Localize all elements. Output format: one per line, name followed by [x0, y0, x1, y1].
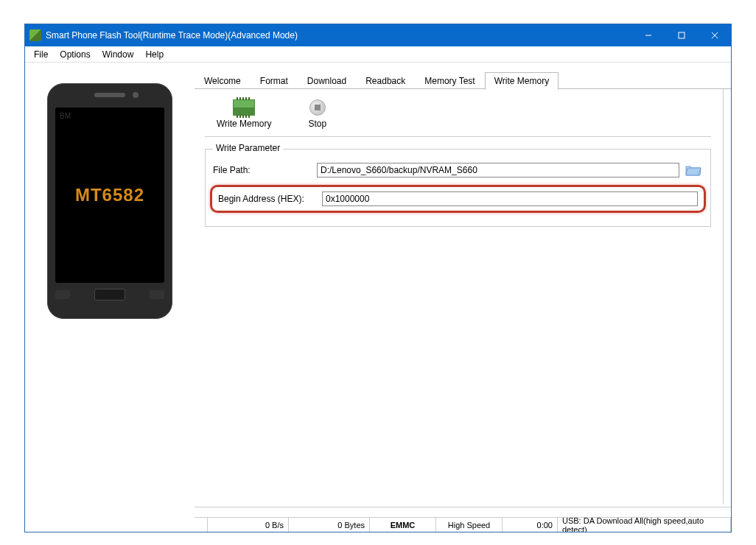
phone-speaker [94, 93, 125, 97]
minimize-button[interactable] [631, 24, 665, 46]
main-panel: Welcome Format Download Readback Memory … [195, 63, 731, 532]
phone-body: BM MT6582 [47, 83, 172, 319]
chip-icon [233, 99, 255, 116]
tab-readback[interactable]: Readback [356, 71, 415, 89]
phone-screen: BM MT6582 [55, 108, 164, 283]
phone-camera [133, 92, 139, 98]
client-area: BM MT6582 Welcome Format Download Readba… [25, 63, 731, 532]
window-title: Smart Phone Flash Tool(Runtime Trace Mod… [46, 30, 631, 41]
status-usb: USB: DA Download All(high speed,auto det… [558, 518, 731, 532]
stop-icon [309, 99, 326, 116]
begin-address-row: Begin Address (HEX): [210, 185, 706, 213]
phone-nav-buttons [55, 289, 164, 300]
phone-menu-btn [55, 290, 70, 299]
app-window: Smart Phone Flash Tool(Runtime Trace Mod… [24, 24, 732, 532]
toolbar: Write Memory Stop [205, 99, 711, 137]
file-path-input[interactable] [317, 163, 679, 177]
app-icon [29, 29, 41, 41]
menu-window[interactable]: Window [97, 49, 140, 60]
statusbar: 0 B/s 0 Bytes EMMC High Speed 0:00 USB: … [195, 517, 731, 532]
stop-button-label: Stop [308, 119, 326, 129]
titlebar: Smart Phone Flash Tool(Runtime Trace Mod… [25, 24, 731, 46]
close-button[interactable] [698, 24, 731, 46]
minimize-icon [645, 32, 652, 39]
write-parameter-group: Write Parameter File Path: Begin Addre [205, 149, 711, 227]
maximize-icon [678, 32, 685, 39]
status-time: 0:00 [503, 518, 558, 532]
tab-format[interactable]: Format [251, 71, 298, 89]
tabstrip: Welcome Format Download Readback Memory … [195, 71, 731, 89]
tab-memory-test[interactable]: Memory Test [415, 71, 484, 89]
status-empty-1 [195, 518, 208, 532]
close-icon [711, 32, 718, 39]
phone-back-btn [150, 290, 164, 299]
maximize-button[interactable] [665, 24, 698, 46]
file-path-row: File Path: [213, 163, 703, 177]
file-path-label: File Path: [213, 165, 312, 175]
status-bytes: 0 Bytes [289, 518, 370, 532]
folder-icon [685, 164, 701, 177]
begin-address-input[interactable] [322, 191, 698, 206]
begin-address-label: Begin Address (HEX): [218, 194, 318, 204]
svg-rect-1 [679, 32, 685, 38]
write-memory-button[interactable]: Write Memory [217, 99, 271, 129]
chipset-label: MT6582 [75, 185, 144, 205]
group-title: Write Parameter [213, 143, 283, 153]
status-mode: High Speed [436, 518, 503, 532]
status-speed: 0 B/s [208, 518, 289, 532]
stop-button[interactable]: Stop [308, 99, 326, 129]
write-memory-page: Write Memory Stop Write Parameter File P… [195, 89, 724, 504]
tab-welcome[interactable]: Welcome [195, 71, 251, 89]
menubar: File Options Window Help [25, 46, 731, 63]
menu-help[interactable]: Help [139, 49, 169, 60]
write-memory-button-label: Write Memory [217, 119, 271, 129]
menu-file[interactable]: File [28, 49, 54, 60]
menu-options[interactable]: Options [54, 49, 96, 60]
phone-home-btn [94, 289, 125, 300]
phone-preview-panel: BM MT6582 [25, 63, 195, 532]
browse-button[interactable] [684, 163, 703, 177]
tab-download[interactable]: Download [298, 71, 356, 89]
bm-label: BM [60, 112, 71, 120]
tab-write-memory[interactable]: Write Memory [485, 72, 559, 90]
status-storage: EMMC [370, 518, 436, 532]
